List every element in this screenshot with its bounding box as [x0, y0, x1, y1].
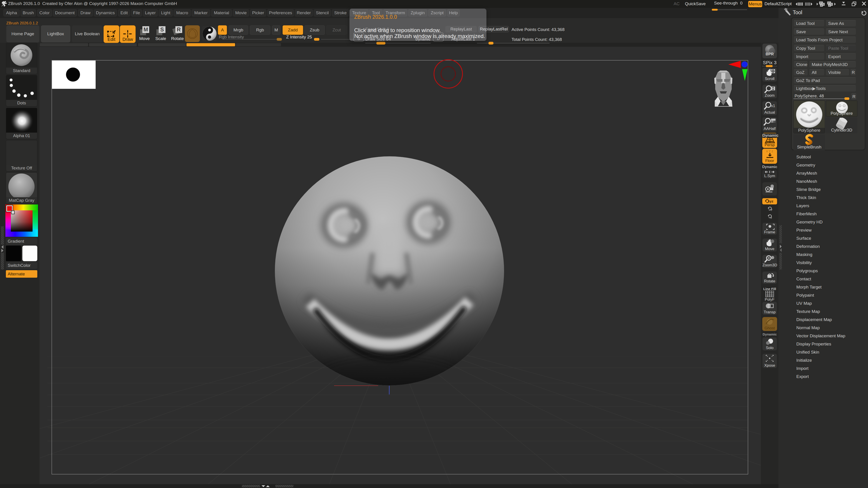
svg-text:R: R	[177, 26, 181, 33]
svg-text:z: z	[771, 216, 772, 219]
svg-text:xyz: xyz	[768, 199, 773, 203]
svg-text:x1: x1	[771, 104, 775, 108]
svg-text:M: M	[144, 26, 148, 33]
svg-text:S: S	[160, 26, 164, 33]
svg-text:Y: Y	[771, 208, 773, 212]
